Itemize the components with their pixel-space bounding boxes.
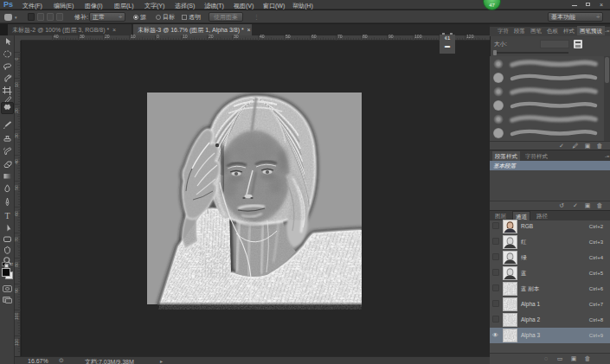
svg-text:T: T [4,211,10,220]
